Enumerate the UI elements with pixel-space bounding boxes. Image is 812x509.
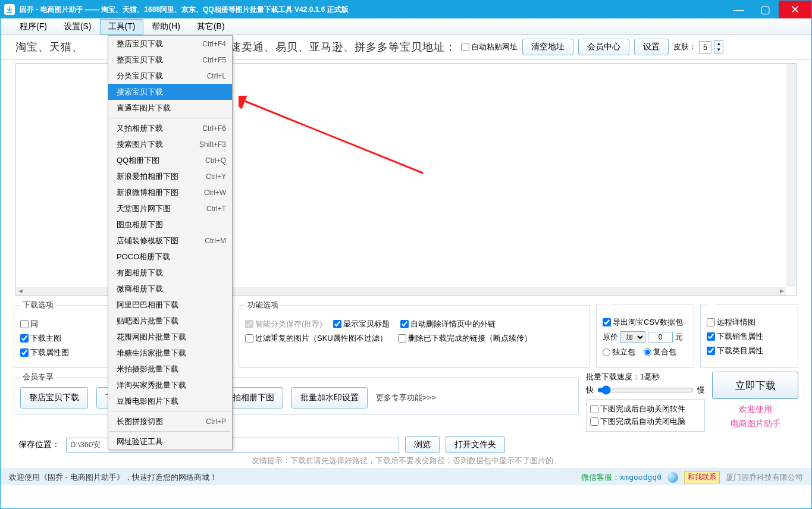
extra-options-group: x 远程详情图 下载销售属性 下载类目属性 [700, 300, 798, 368]
menu-item[interactable]: 天堂图片网下图Ctrl+T [108, 200, 232, 216]
skin-spinner[interactable]: ▲▼ [714, 40, 723, 54]
statusbar: 欢迎使用《固乔 - 电商图片助手》，快速打造您的网络商城！ 微信客服：xmgoo… [1, 469, 811, 485]
cb-cat-attr[interactable]: 下载类目属性 [707, 345, 763, 356]
menu-item[interactable]: 新浪微博相册下图Ctrl+W [108, 184, 232, 200]
auto-paste-checkbox[interactable]: 自动粘贴网址 [461, 42, 518, 52]
cb-partial[interactable]: 同 [20, 319, 38, 329]
menu-item[interactable]: 贴吧图片批量下载 [108, 313, 232, 329]
contact-me-link[interactable]: 和我联系 [684, 471, 720, 483]
download-now-button[interactable]: 立即下载 [712, 372, 798, 399]
cb-del-done[interactable]: 删除已下载完成的链接（断点续传） [398, 333, 532, 344]
browse-button[interactable]: 浏览 [405, 436, 440, 453]
radio-comp[interactable]: 复合包 [644, 347, 676, 357]
hint-text: 友情提示：下载前请先选择好路径，下载后不要改变路径，否则数据包中显示不了图片的。 [1, 455, 811, 466]
company-name: 厦门固乔科技有限公司 [726, 472, 803, 483]
scrollbar-vertical[interactable] [786, 64, 796, 287]
member-area: 会员专享 整店宝贝下载 下载 长图拼接切图 又拍相册下图 批量加水印设置 更多专… [14, 372, 579, 415]
price-value-input[interactable] [648, 332, 673, 343]
menu-item[interactable]: 网址验证工具 [108, 433, 232, 450]
settings-button[interactable]: 设置 [634, 39, 669, 55]
welcome-line2: 电商图片助手 [731, 417, 780, 431]
window-title: 固乔 - 电商图片助手 —— 淘宝、天猫、1688阿里、京东、QQ相册等图片批量… [20, 5, 725, 15]
menu-other[interactable]: 其它(B) [189, 19, 233, 34]
menu-help[interactable]: 帮助(H) [143, 19, 188, 34]
menu-item[interactable]: POCO相册下载 [108, 249, 232, 265]
menu-item[interactable]: 分类宝贝下载Ctrl+L [108, 68, 232, 84]
menu-item[interactable]: QQ相册下图Ctrl+Q [108, 152, 232, 168]
menu-item[interactable]: 图虫相册下图 [108, 216, 232, 232]
menu-item[interactable]: 整页宝贝下载Ctrl+F5 [108, 52, 232, 68]
cb-remote[interactable]: 远程详情图 [707, 317, 755, 328]
welcome-line1: 欢迎使用 [731, 403, 780, 417]
menu-item[interactable]: 搜索图片下载Shift+F3 [108, 136, 232, 152]
menu-item[interactable]: 阿里巴巴相册下载 [108, 297, 232, 313]
more-features-link[interactable]: 更多专享功能>>> [376, 392, 436, 403]
globe-icon [667, 472, 678, 483]
menu-item[interactable]: 长图拼接切图Ctrl+P [108, 413, 232, 429]
price-op-select[interactable]: 加 [620, 331, 645, 343]
cb-main-image[interactable]: 下载主图 [20, 333, 61, 344]
member-center-button[interactable]: 会员中心 [578, 39, 629, 55]
menu-tools[interactable]: 工具(T) [100, 19, 144, 34]
speed-label: 批量下载速度：1毫秒 [586, 372, 705, 382]
export-options-group: x 导出淘宝CSV数据包 原价 加 元 独立包 复合包 [596, 300, 694, 368]
status-left: 欢迎使用《固乔 - 电商图片助手》，快速打造您的网络商城！ [9, 472, 575, 483]
menubar: 程序(F) 设置(S) 工具(T) 帮助(H) 其它(B) [1, 18, 811, 35]
close-button[interactable]: ✕ [779, 1, 811, 18]
minimize-button[interactable]: — [725, 1, 752, 18]
app-icon [4, 4, 15, 15]
speed-slider[interactable] [597, 385, 694, 395]
speed-box: 批量下载速度：1毫秒 快 慢 下图完成后自动关闭软件 下图完成后自动关闭电脑 [586, 372, 705, 432]
menu-settings[interactable]: 设置(S) [55, 19, 100, 34]
menu-item[interactable]: 搜索宝贝下载 [108, 84, 232, 100]
function-options-group: 功能选项 智能分类保存(推荐) 显示宝贝标题 自动删除详情页中的外链 过滤重复的… [239, 300, 590, 368]
menu-item[interactable]: 店铺装修模板下图Ctrl+M [108, 232, 232, 249]
btn-whole-shop[interactable]: 整店宝贝下载 [20, 387, 88, 409]
menu-item[interactable]: 洋淘买家秀批量下载 [108, 377, 232, 393]
address-description: 淘宝、天猫、 速卖通、易贝、亚马逊、拼多多等宝贝地址： [15, 40, 456, 54]
cb-close-soft[interactable]: 下图完成后自动关闭软件 [590, 404, 701, 414]
tools-dropdown: 整店宝贝下载Ctrl+F4整页宝贝下载Ctrl+F5分类宝贝下载Ctrl+L搜索… [108, 35, 233, 450]
cb-close-pc[interactable]: 下图完成后自动关闭电脑 [590, 416, 701, 427]
menu-item[interactable]: 又拍相册下载Ctrl+F6 [108, 120, 232, 136]
menu-item[interactable]: 花瓣网图片批量下载 [108, 329, 232, 345]
menu-item[interactable]: 米拍摄影批量下载 [108, 361, 232, 377]
menu-program[interactable]: 程序(F) [11, 19, 55, 34]
cb-sale-attr[interactable]: 下载销售属性 [707, 331, 763, 342]
menu-item[interactable]: 整店宝贝下载Ctrl+F4 [108, 36, 232, 52]
cb-attr-image[interactable]: 下载属性图 [20, 347, 69, 358]
menu-item[interactable]: 微商相册下载 [108, 281, 232, 297]
menu-item[interactable]: 新浪爱拍相册下图Ctrl+Y [108, 168, 232, 184]
open-folder-button[interactable]: 打开文件夹 [446, 436, 505, 453]
radio-indep[interactable]: 独立包 [603, 347, 635, 357]
cb-filter-dup[interactable]: 过滤重复的图片（SKU属性图不过滤） [245, 333, 387, 344]
cb-csv[interactable]: 导出淘宝CSV数据包 [603, 317, 683, 328]
menu-item[interactable]: 堆糖生活家批量下载 [108, 345, 232, 361]
titlebar[interactable]: 固乔 - 电商图片助手 —— 淘宝、天猫、1688阿里、京东、QQ相册等图片批量… [1, 1, 811, 18]
skin-value[interactable]: 5 [699, 41, 711, 54]
clear-address-button[interactable]: 清空地址 [522, 39, 573, 55]
cb-smart-save: 智能分类保存(推荐) [245, 319, 322, 329]
btn-watermark[interactable]: 批量加水印设置 [291, 387, 368, 409]
app-window: 固乔 - 电商图片助手 —— 淘宝、天猫、1688阿里、京东、QQ相册等图片批量… [0, 0, 812, 509]
menu-item[interactable]: 豆瓣电影图片下载 [108, 393, 232, 409]
menu-item[interactable]: 有图相册下载 [108, 265, 232, 281]
maximize-button[interactable]: ▢ [752, 1, 779, 18]
skin-control: 皮肤： 5 ▲▼ [673, 40, 723, 54]
menu-item[interactable]: 直通车图片下载 [108, 100, 232, 116]
cb-auto-del-ext[interactable]: 自动删除详情页中的外链 [400, 319, 496, 329]
cb-show-title[interactable]: 显示宝贝标题 [333, 319, 390, 329]
